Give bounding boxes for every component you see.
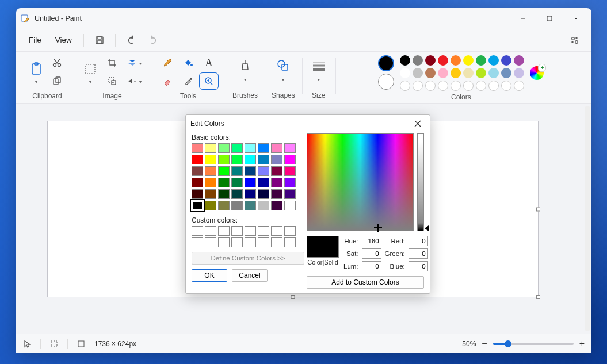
basic-color-swatch[interactable] — [284, 189, 296, 199]
palette-swatch-empty[interactable] — [488, 81, 499, 91]
custom-color-swatch[interactable] — [231, 237, 243, 247]
cancel-button[interactable]: Cancel — [232, 269, 268, 282]
shapes-icon[interactable] — [273, 55, 293, 76]
palette-swatch[interactable] — [425, 68, 436, 78]
palette-swatch[interactable] — [451, 55, 461, 66]
basic-color-swatch[interactable] — [258, 178, 269, 187]
basic-color-swatch[interactable] — [271, 201, 282, 210]
eraser-icon[interactable] — [158, 72, 177, 90]
palette-swatch-empty[interactable] — [400, 81, 410, 91]
basic-color-swatch[interactable] — [284, 143, 296, 153]
custom-color-swatch[interactable] — [245, 237, 256, 247]
basic-color-swatch[interactable] — [231, 178, 243, 187]
palette-swatch[interactable] — [488, 68, 499, 78]
palette-swatch-empty[interactable] — [438, 81, 448, 91]
basic-color-swatch[interactable] — [258, 189, 269, 199]
basic-color-swatch[interactable] — [218, 178, 230, 187]
custom-color-swatch[interactable] — [271, 226, 282, 236]
basic-color-swatch[interactable] — [205, 155, 216, 164]
basic-color-swatch[interactable] — [245, 155, 256, 164]
basic-color-swatch[interactable] — [218, 201, 230, 210]
color-gradient[interactable] — [307, 133, 414, 231]
menu-view[interactable]: View — [49, 32, 78, 48]
custom-color-swatch[interactable] — [284, 226, 296, 236]
basic-color-swatch[interactable] — [271, 178, 282, 187]
basic-color-swatch[interactable] — [192, 155, 203, 164]
red-input[interactable] — [409, 236, 428, 246]
text-icon[interactable]: A — [199, 54, 219, 71]
custom-color-swatch[interactable] — [192, 226, 203, 236]
palette-swatch-empty[interactable] — [501, 81, 511, 91]
palette-swatch[interactable] — [438, 55, 448, 66]
cut-icon[interactable] — [47, 54, 67, 71]
pencil-icon[interactable] — [158, 54, 177, 71]
custom-color-swatch[interactable] — [231, 226, 243, 236]
basic-color-swatch[interactable] — [231, 166, 243, 176]
basic-color-swatch[interactable] — [284, 155, 296, 164]
basic-color-swatch[interactable] — [192, 201, 203, 210]
basic-color-swatch[interactable] — [245, 143, 256, 153]
add-to-custom-button[interactable]: Add to Custom Colors — [307, 276, 424, 289]
scrollbar-vertical[interactable] — [585, 106, 590, 331]
blue-input[interactable] — [409, 261, 428, 271]
custom-color-swatch[interactable] — [245, 226, 256, 236]
redo-icon[interactable] — [143, 31, 163, 49]
basic-color-swatch[interactable] — [218, 166, 230, 176]
ok-button[interactable]: OK — [192, 269, 227, 282]
zoom-icon[interactable] — [199, 72, 219, 90]
basic-color-swatch[interactable] — [192, 166, 203, 176]
basic-color-swatch[interactable] — [231, 201, 243, 210]
basic-color-swatch[interactable] — [258, 155, 269, 164]
custom-color-swatch[interactable] — [258, 226, 269, 236]
basic-color-swatch[interactable] — [284, 178, 296, 187]
basic-color-swatch[interactable] — [205, 201, 216, 210]
basic-color-swatch[interactable] — [192, 189, 203, 199]
basic-color-swatch[interactable] — [258, 143, 269, 153]
select-icon[interactable] — [81, 60, 100, 78]
palette-swatch-empty[interactable] — [413, 81, 423, 91]
custom-color-swatch[interactable] — [218, 226, 230, 236]
basic-color-swatch[interactable] — [218, 155, 230, 164]
basic-color-swatch[interactable] — [205, 189, 216, 199]
basic-color-swatch[interactable] — [205, 178, 216, 187]
palette-swatch[interactable] — [413, 68, 423, 78]
copy-icon[interactable] — [47, 72, 67, 90]
palette-swatch-empty[interactable] — [451, 81, 461, 91]
paste-icon[interactable] — [28, 60, 45, 78]
undo-icon[interactable] — [121, 31, 141, 49]
palette-swatch[interactable] — [400, 55, 410, 66]
palette-swatch[interactable] — [476, 68, 486, 78]
maximize-button[interactable] — [536, 8, 563, 29]
basic-color-swatch[interactable] — [192, 178, 203, 187]
basic-color-swatch[interactable] — [245, 189, 256, 199]
basic-color-swatch[interactable] — [231, 189, 243, 199]
basic-color-swatch[interactable] — [205, 166, 216, 176]
color2-swatch[interactable] — [378, 74, 394, 90]
define-custom-button[interactable]: Define Custom Colors >> — [192, 252, 304, 265]
palette-swatch-empty[interactable] — [425, 81, 436, 91]
resize-handle-se[interactable] — [536, 295, 540, 299]
palette-swatch[interactable] — [413, 55, 423, 66]
settings-icon[interactable] — [565, 31, 585, 49]
luminance-bar[interactable] — [417, 133, 424, 231]
palette-swatch[interactable] — [501, 55, 511, 66]
basic-color-swatch[interactable] — [284, 201, 296, 210]
save-icon[interactable] — [90, 31, 109, 49]
resize-handle-e[interactable] — [536, 207, 540, 211]
picker-icon[interactable] — [178, 72, 198, 90]
basic-color-swatch[interactable] — [192, 143, 203, 153]
palette-swatch[interactable] — [514, 68, 524, 78]
basic-color-swatch[interactable] — [271, 155, 282, 164]
flip-icon[interactable]: ▾ — [124, 72, 144, 90]
hue-input[interactable] — [362, 236, 381, 246]
palette-swatch-empty[interactable] — [463, 81, 474, 91]
zoom-in-button[interactable]: + — [579, 339, 585, 349]
fill-icon[interactable] — [178, 54, 198, 71]
basic-color-swatch[interactable] — [284, 166, 296, 176]
gradient-crosshair[interactable] — [375, 225, 381, 231]
basic-color-swatch[interactable] — [231, 143, 243, 153]
minimize-button[interactable] — [510, 8, 536, 29]
palette-swatch[interactable] — [463, 68, 474, 78]
custom-color-swatch[interactable] — [258, 237, 269, 247]
palette-swatch[interactable] — [425, 55, 436, 66]
